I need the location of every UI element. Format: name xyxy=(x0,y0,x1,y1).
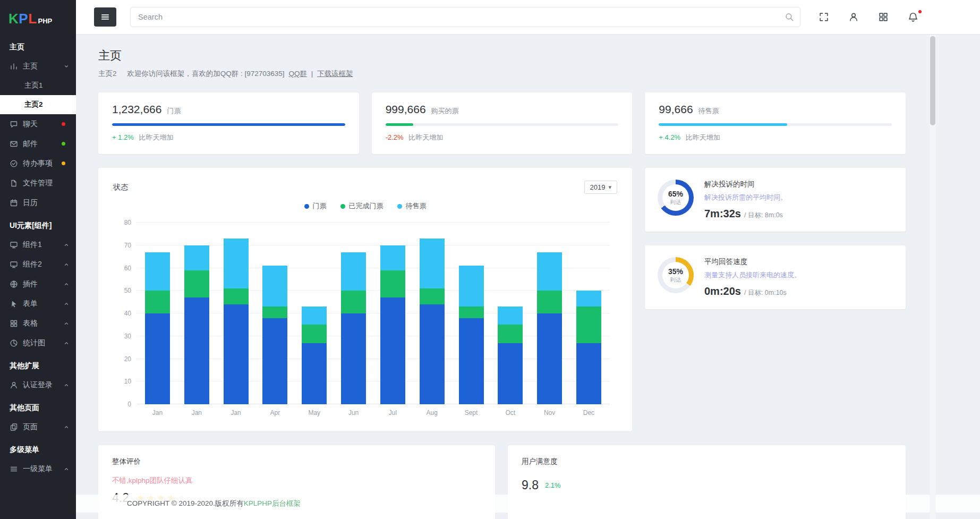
progress-bar xyxy=(112,123,345,126)
person-icon xyxy=(10,381,18,389)
y-axis-tick: 0 xyxy=(127,401,131,408)
bar-segment xyxy=(262,307,287,318)
search-icon[interactable] xyxy=(785,12,794,22)
chart-legend: 门票已完成门票待售票 xyxy=(113,201,617,211)
scrollbar-track[interactable] xyxy=(930,35,936,519)
sidebar-item-files[interactable]: 文件管理 xyxy=(0,173,76,193)
bar-segment xyxy=(537,291,562,313)
legend-item[interactable]: 待售票 xyxy=(397,201,427,211)
kpi-card-complaint-time: 65% 到达 解决投诉的时间 解决投诉所需的平均时间。 7m:32s / 目标:… xyxy=(645,168,906,232)
bar-segment xyxy=(576,291,601,307)
bar-segment xyxy=(341,252,366,291)
bar-segment xyxy=(420,239,445,288)
sidebar: KPL PHP 主页 主页 主页1 主页2 聊天 邮件 待办事项 xyxy=(0,0,76,519)
legend-dot xyxy=(397,204,402,209)
stat-card-purchased: 999,666 购买的票 -2.2% 比昨天增加 xyxy=(372,92,633,154)
bar-segment xyxy=(459,307,484,318)
sidebar-section-ui: UI元素[组件] xyxy=(0,212,76,235)
grid-icon xyxy=(10,319,18,328)
sidebar-item-label: 文件管理 xyxy=(23,178,53,188)
stat-change: + 1.2% xyxy=(112,133,134,141)
bar-column: Aug xyxy=(420,223,445,404)
sidebar-subitem-label: 主页2 xyxy=(24,100,43,109)
logo[interactable]: KPL PHP xyxy=(0,0,76,34)
sidebar-section-pages: 其他页面 xyxy=(0,395,76,417)
donut-chart: 35% 到达 xyxy=(658,257,694,293)
donut-label: 到达 xyxy=(670,199,681,206)
bar-segment xyxy=(537,252,562,291)
sidebar-item-tables[interactable]: 表格 xyxy=(0,313,76,333)
progress-fill xyxy=(112,123,345,126)
sidebar-subitem-home2[interactable]: 主页2 xyxy=(0,95,76,114)
notifications-button[interactable] xyxy=(906,10,921,24)
sidebar-item-pages[interactable]: 页面 xyxy=(0,417,76,437)
bar-column: Oct xyxy=(498,223,523,404)
progress-bar xyxy=(659,123,892,126)
bell-icon xyxy=(908,12,918,22)
sidebar-item-auth[interactable]: 认证登录 xyxy=(0,375,76,395)
y-axis-tick: 10 xyxy=(124,378,131,385)
bar-column: Jan xyxy=(145,223,170,404)
sidebar-item-label: 插件 xyxy=(23,279,38,289)
sidebar-item-label: 页面 xyxy=(23,422,38,432)
sidebar-item-mail[interactable]: 邮件 xyxy=(0,134,76,154)
hamburger-icon xyxy=(100,12,110,22)
logo-letter: L xyxy=(28,11,37,27)
sidebar-item-todo[interactable]: 待办事项 xyxy=(0,154,76,173)
legend-item[interactable]: 门票 xyxy=(304,201,327,211)
x-axis-label: Dec xyxy=(583,409,594,416)
sidebar-item-label: 表单 xyxy=(23,299,38,309)
x-axis-label: Aug xyxy=(427,409,438,416)
card-title: 用户满意度 xyxy=(522,457,892,466)
sidebar-section-home: 主页 xyxy=(0,34,76,56)
sidebar-toggle-button[interactable] xyxy=(94,7,116,27)
sidebar-item-label: 表格 xyxy=(23,319,38,328)
satisfaction-change: 2.1% xyxy=(545,481,561,489)
y-axis-tick: 30 xyxy=(124,333,131,340)
y-axis-tick: 80 xyxy=(124,219,131,226)
user-button[interactable] xyxy=(846,10,861,24)
legend-item[interactable]: 已完成门票 xyxy=(340,201,384,211)
bar-column: Apr xyxy=(262,223,287,404)
stat-change: + 4.2% xyxy=(659,133,680,141)
sidebar-item-forms[interactable]: 表单 xyxy=(0,294,76,313)
sidebar-item-chat[interactable]: 聊天 xyxy=(0,114,76,134)
download-link[interactable]: 下载该框架 xyxy=(317,70,353,78)
qq-group-link[interactable]: QQ群 xyxy=(288,70,307,78)
sidebar-item-plugins[interactable]: 插件 xyxy=(0,274,76,294)
year-select[interactable]: 2019 ▾ xyxy=(584,181,617,194)
sidebar-item-label: 一级菜单 xyxy=(23,464,53,474)
y-axis-tick: 70 xyxy=(124,242,131,249)
bar-segment xyxy=(420,288,445,304)
scrollbar-thumb[interactable] xyxy=(930,36,935,125)
user-icon xyxy=(848,12,859,22)
chevron-up-icon xyxy=(63,382,70,388)
apps-grid-button[interactable] xyxy=(876,10,891,24)
bar-segment xyxy=(341,291,366,313)
sidebar-item-charts[interactable]: 统计图 xyxy=(0,333,76,353)
bar-column: Jan xyxy=(184,223,209,404)
stat-change-suffix: 比昨天增加 xyxy=(139,133,173,141)
stat-label: 购买的票 xyxy=(431,106,459,116)
framework-link[interactable]: KPLPHP后台框架 xyxy=(244,499,301,508)
x-axis-label: Sept xyxy=(465,409,478,416)
sidebar-item-comp1[interactable]: 组件1 xyxy=(0,235,76,254)
sidebar-subitem-home1[interactable]: 主页1 xyxy=(0,76,76,95)
sidebar-item-home[interactable]: 主页 xyxy=(0,56,76,76)
sidebar-section-ext: 其他扩展 xyxy=(0,353,76,375)
stat-value: 999,666 xyxy=(386,103,426,116)
legend-dot xyxy=(340,204,345,209)
calendar-icon xyxy=(10,199,18,207)
search-bar xyxy=(130,7,800,27)
bar-segment xyxy=(576,343,601,404)
fullscreen-button[interactable] xyxy=(816,10,831,24)
sidebar-item-menu1[interactable]: 一级菜单 xyxy=(0,459,76,479)
progress-bar xyxy=(386,123,619,126)
x-axis-label: Jan xyxy=(192,409,202,416)
sidebar-item-comp2[interactable]: 组件2 xyxy=(0,254,76,274)
search-input[interactable] xyxy=(130,7,800,27)
legend-label: 待售票 xyxy=(406,201,427,211)
x-axis-label: Apr xyxy=(270,409,280,416)
bar-segment xyxy=(302,307,327,325)
sidebar-item-calendar[interactable]: 日历 xyxy=(0,193,76,212)
